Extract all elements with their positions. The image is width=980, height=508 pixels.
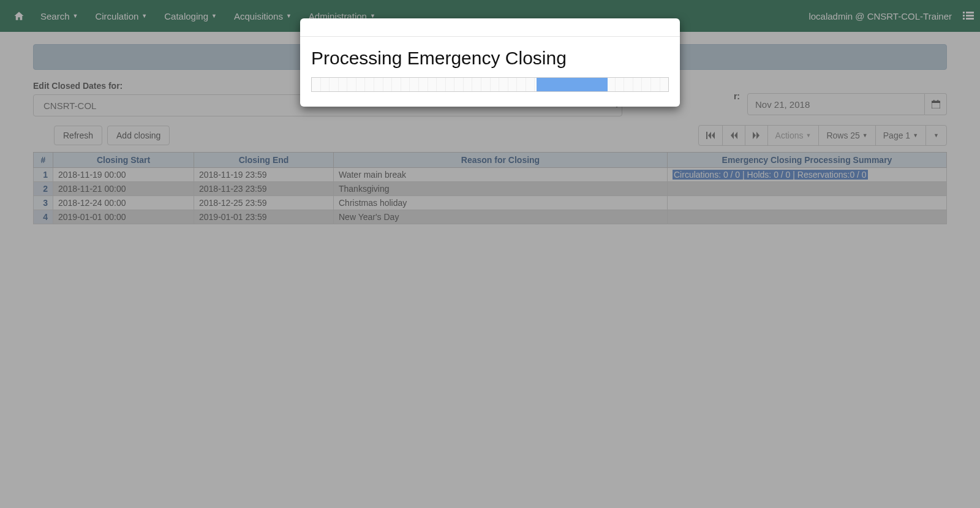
modal-title: Processing Emergency Closing	[311, 48, 669, 69]
progress-indicator	[537, 78, 608, 91]
progress-bar	[311, 77, 669, 92]
processing-modal: Processing Emergency Closing	[300, 18, 680, 107]
